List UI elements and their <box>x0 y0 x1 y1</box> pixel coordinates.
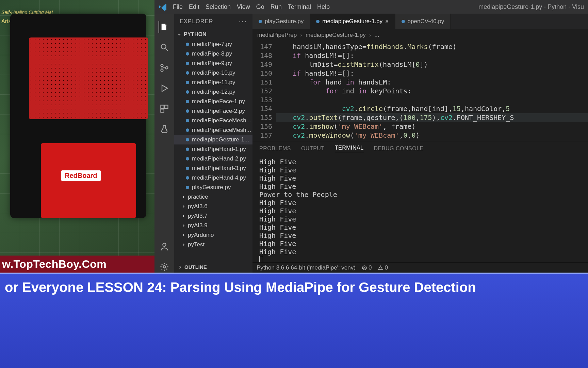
file-label: mediaPipe-7.py <box>192 41 232 48</box>
status-interpreter[interactable]: Python 3.6.6 64-bit ('mediaPipe': venv) <box>257 264 356 271</box>
explorer-header: EXPLORER ··· <box>174 14 252 29</box>
folder-item[interactable]: pyTest <box>174 240 252 249</box>
menu-help[interactable]: Help <box>317 3 330 11</box>
python-file-icon <box>186 119 189 122</box>
file-label: mediaPipeHand-2.py <box>192 155 246 162</box>
file-item[interactable]: mediaPipe-7.py <box>174 40 252 49</box>
file-list: mediaPipe-7.pymediaPipe-8.pymediaPipe-9.… <box>174 40 252 261</box>
menu-view[interactable]: View <box>237 3 250 11</box>
status-warning-count: 0 <box>385 264 388 271</box>
file-label: mediaPipeFace-1.py <box>192 98 245 105</box>
python-file-icon <box>186 62 189 65</box>
status-errors[interactable]: 0 <box>362 264 372 271</box>
file-item[interactable]: mediaPipeFace-1.py <box>174 97 252 106</box>
run-debug-icon[interactable] <box>159 82 170 94</box>
menu-selection[interactable]: Selection <box>206 3 231 11</box>
chevron-right-icon <box>181 223 186 228</box>
tab-output[interactable]: OUTPUT <box>301 145 325 152</box>
breadcrumb[interactable]: mediaPipePrep › mediapipeGesture-1.py › … <box>252 29 588 41</box>
arduino-redboard <box>41 143 136 218</box>
explorer-icon[interactable] <box>159 21 170 33</box>
folder-label: pyAI3.7 <box>188 213 208 219</box>
testing-icon[interactable] <box>159 123 170 135</box>
svg-rect-6 <box>165 105 168 108</box>
python-file-icon <box>186 43 189 46</box>
tab-problems[interactable]: PROBLEMS <box>259 145 291 152</box>
terminal-line: High Five <box>259 223 581 231</box>
status-error-count: 0 <box>369 264 372 271</box>
svg-point-0 <box>161 44 166 49</box>
code-content[interactable]: handsLM,handsType=findHands.Marks(frame)… <box>276 41 588 141</box>
menu-run[interactable]: Run <box>271 3 282 11</box>
file-item[interactable]: mediapipeGesture-1... <box>174 135 252 144</box>
menu-file[interactable]: File <box>173 3 183 11</box>
source-control-icon[interactable] <box>159 62 170 74</box>
folder-item[interactable]: pyArduino <box>174 230 252 240</box>
editor-tab[interactable]: openCV-40.py <box>395 14 451 29</box>
file-item[interactable]: mediaPipe-9.py <box>174 59 252 68</box>
breadcrumb-sep-icon: › <box>369 32 371 39</box>
file-item[interactable]: mediaPipeFaceMesh... <box>174 116 252 125</box>
folder-label: practice <box>188 194 208 200</box>
status-warnings[interactable]: 0 <box>378 264 388 271</box>
close-icon[interactable]: × <box>385 18 389 25</box>
chevron-right-icon <box>181 242 186 247</box>
bottom-panel: PROBLEMS OUTPUT TERMINAL DEBUG CONSOLE H… <box>252 141 588 262</box>
outline-section[interactable]: OUTLINE <box>174 261 252 273</box>
panel-tabs: PROBLEMS OUTPUT TERMINAL DEBUG CONSOLE <box>252 141 588 156</box>
extensions-icon[interactable] <box>159 103 170 114</box>
folder-label: pyAI3.6 <box>188 203 208 210</box>
explorer-more-icon[interactable]: ··· <box>239 17 247 26</box>
tab-debug-console[interactable]: DEBUG CONSOLE <box>374 145 424 152</box>
file-item[interactable]: playGesture.py <box>174 183 252 192</box>
svg-point-2 <box>161 64 163 67</box>
python-file-icon <box>402 20 405 23</box>
terminal-line: High Five <box>259 182 581 190</box>
vscode-logo-icon <box>159 3 167 11</box>
file-item[interactable]: mediaPipeHand-3.py <box>174 164 252 173</box>
tab-terminal[interactable]: TERMINAL <box>335 145 364 152</box>
menu-go[interactable]: Go <box>256 3 264 11</box>
error-icon <box>362 265 367 271</box>
python-file-icon <box>316 20 320 23</box>
svg-point-3 <box>161 69 163 72</box>
file-item[interactable]: mediaPipe-11.py <box>174 78 252 87</box>
file-label: mediaPipe-9.py <box>192 60 232 67</box>
menu-edit[interactable]: Edit <box>189 3 199 11</box>
explorer-root[interactable]: PYTHON <box>174 29 252 40</box>
file-item[interactable]: mediaPipeHand-1.py <box>174 144 252 154</box>
editor-tab[interactable]: mediapipeGesture-1.py× <box>310 14 395 29</box>
settings-gear-icon[interactable] <box>159 261 170 273</box>
editor-tab[interactable]: playGesture.py <box>252 14 310 29</box>
python-file-icon <box>186 186 189 189</box>
line-gutter: 147148149150151152153154155156157158159 <box>252 41 276 141</box>
search-icon[interactable] <box>159 42 170 53</box>
terminal-line: High Five <box>259 174 581 182</box>
folder-item[interactable]: pyAI3.6 <box>174 202 252 211</box>
file-item[interactable]: mediaPipeHand-4.py <box>174 173 252 183</box>
file-label: mediaPipe-11.py <box>192 79 235 86</box>
terminal-line: High Five <box>259 231 581 240</box>
menu-terminal[interactable]: Terminal <box>288 3 311 11</box>
file-item[interactable]: mediaPipe-12.py <box>174 87 252 97</box>
explorer-title: EXPLORER <box>180 18 213 25</box>
file-item[interactable]: mediaPipeFaceMesh... <box>174 125 252 135</box>
file-item[interactable]: mediaPipe-10.py <box>174 68 252 78</box>
file-label: playGesture.py <box>192 184 231 191</box>
python-file-icon <box>186 52 189 56</box>
file-item[interactable]: mediaPipeHand-2.py <box>174 154 252 164</box>
file-item[interactable]: mediaPipeFace-2.py <box>174 106 252 116</box>
terminal-line: High Five <box>259 248 581 256</box>
file-label: mediaPipeFaceMesh... <box>192 117 251 124</box>
code-editor[interactable]: 147148149150151152153154155156157158159 … <box>252 41 588 141</box>
terminal-output[interactable]: High FiveHigh FiveHigh FiveHigh FivePowe… <box>252 156 588 262</box>
chevron-right-icon <box>181 195 186 199</box>
folder-item[interactable]: pyAI3.9 <box>174 221 252 230</box>
chevron-right-icon <box>181 233 186 237</box>
folder-item[interactable]: pyAI3.7 <box>174 211 252 221</box>
chevron-right-icon <box>181 214 186 218</box>
python-file-icon <box>186 128 189 132</box>
folder-item[interactable]: practice <box>174 192 252 202</box>
file-item[interactable]: mediaPipe-8.py <box>174 49 252 59</box>
accounts-icon[interactable] <box>159 241 170 252</box>
